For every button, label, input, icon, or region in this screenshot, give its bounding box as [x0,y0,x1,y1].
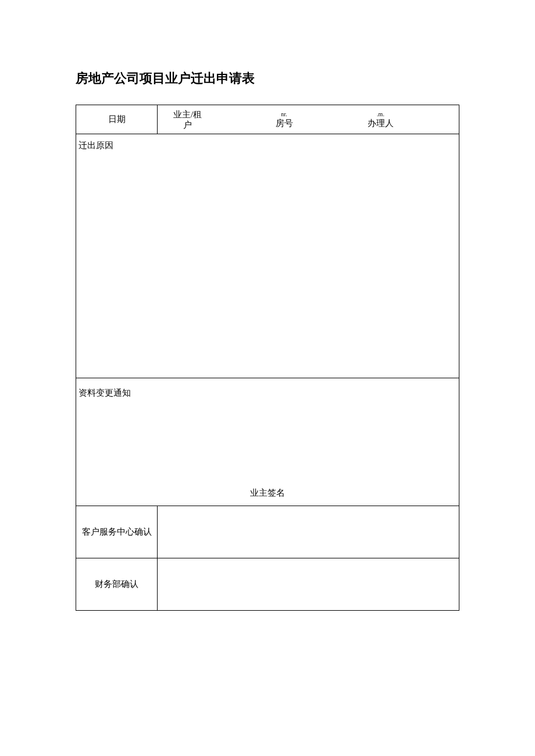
finance-confirm-row: 财务部确认 [76,558,459,611]
room-label: 房号 [276,118,293,128]
service-confirm-row: 客户服务中心确认 [76,506,459,558]
owner-tenant-label-line1: 业主/租 [173,109,202,120]
handler-small-label: .m. [377,111,384,118]
service-confirm-value-cell[interactable] [158,506,459,558]
header-row: 日期 业主/租 户 nr. 房号 [76,105,459,134]
service-confirm-label: 客户服务中心确认 [82,527,152,536]
notice-row: 资料变更通知 业主签名 [76,378,459,506]
notice-cell[interactable]: 资料变更通知 业主签名 [76,378,459,506]
finance-confirm-label: 财务部确认 [95,579,138,589]
owner-tenant-label-slot: 业主/租 户 [163,109,212,130]
room-small-label: nr. [281,111,287,118]
notice-label: 资料变更通知 [79,388,131,399]
room-label-slot: nr. 房号 [260,111,308,128]
application-form-table: 日期 业主/租 户 nr. 房号 [76,105,459,611]
handler-label-slot: .m. 办理人 [356,111,405,128]
date-label-cell: 日期 [76,105,158,134]
reason-row: 迁出原因 [76,134,459,378]
service-confirm-label-cell: 客户服务中心确认 [76,506,158,558]
reason-label: 迁出原因 [79,141,113,150]
header-fields-cell: 业主/租 户 nr. 房号 .m. 办理人 [158,105,459,134]
owner-signature-label: 业主签名 [76,488,459,499]
handler-label: 办理人 [368,118,394,128]
date-label: 日期 [108,114,126,124]
reason-cell[interactable]: 迁出原因 [76,134,459,378]
finance-confirm-label-cell: 财务部确认 [76,558,158,611]
page-title: 房地产公司项目业户迁出申请表 [76,70,459,87]
owner-tenant-label-line2: 户 [183,120,192,130]
finance-confirm-value-cell[interactable] [158,558,459,611]
